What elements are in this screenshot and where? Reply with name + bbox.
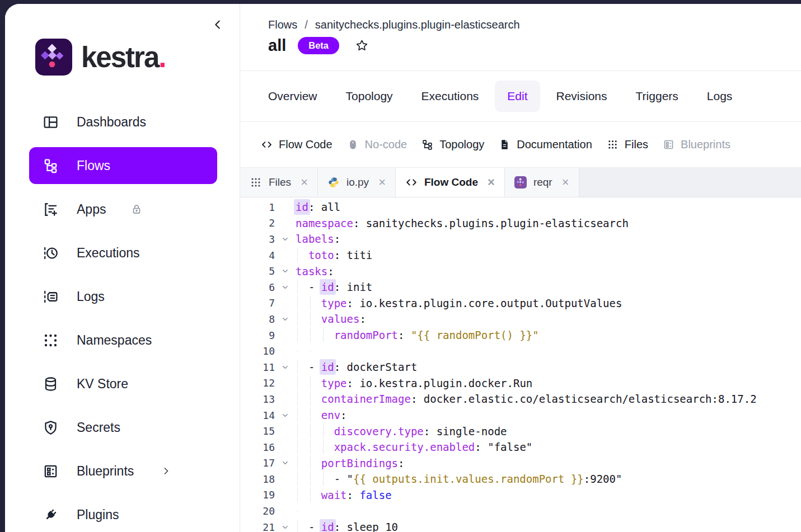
toolbar-files[interactable]: Files <box>607 138 648 151</box>
tab-topology[interactable]: Topology <box>346 90 393 103</box>
line-number: 11 <box>240 361 275 373</box>
sidebar-item-kv-store[interactable]: KV Store <box>29 365 217 402</box>
code-line[interactable]: 12 type: io.kestra.plugin.docker.Run <box>240 375 801 392</box>
code-token <box>296 489 321 501</box>
code-line[interactable]: 4 toto: titi <box>240 247 801 263</box>
tab-logs[interactable]: Logs <box>707 90 733 103</box>
code-token: : <box>334 233 340 245</box>
sidebar-item-apps[interactable]: Apps <box>29 191 217 228</box>
code-line[interactable]: 10 <box>240 343 801 359</box>
code-line[interactable]: 14 env: <box>240 407 801 423</box>
code-line[interactable]: 8 values: <box>240 311 801 327</box>
code-token: discovery.type <box>334 425 424 437</box>
breadcrumb-namespace[interactable]: sanitychecks.plugins.plugin-elasticsearc… <box>315 18 520 31</box>
line-number: 18 <box>240 473 275 485</box>
breadcrumb-flows-link[interactable]: Flows <box>268 18 297 31</box>
indent-guide <box>297 520 298 532</box>
code-line[interactable]: 20 <box>240 503 801 519</box>
sidebar-collapse-button[interactable] <box>212 18 224 31</box>
code-line[interactable]: 6 - id: init <box>240 279 801 295</box>
fold-icon[interactable] <box>275 523 296 531</box>
sidebar-item-blueprints[interactable]: Blueprints <box>29 453 217 489</box>
blueprint-small-icon <box>663 139 674 150</box>
fold-icon[interactable] <box>275 411 296 420</box>
tab-overview[interactable]: Overview <box>268 90 317 103</box>
code-line-content: - "{{ outputs.init.values.randomPort }}:… <box>296 473 622 485</box>
editor-tab-io-py[interactable]: io.py× <box>318 168 396 197</box>
fold-icon[interactable] <box>275 315 296 323</box>
code-token: : dockerStart <box>334 361 418 373</box>
fold-icon[interactable] <box>275 363 296 371</box>
toolbar-flow-code[interactable]: Flow Code <box>261 138 332 151</box>
code-line[interactable]: 15 discovery.type: single-node <box>240 423 801 439</box>
code-token: randomPort <box>334 329 398 341</box>
tab-triggers[interactable]: Triggers <box>636 90 678 103</box>
toolbar-label: Topology <box>439 138 484 151</box>
sidebar-item-plugins[interactable]: Plugins <box>29 496 217 532</box>
code-line[interactable]: 13 containerImage: docker.elastic.co/ela… <box>240 391 801 407</box>
fold-icon[interactable] <box>275 283 296 291</box>
code-line-content: toto: titi <box>296 249 372 261</box>
toolbar-topology[interactable]: Topology <box>421 138 484 151</box>
highlighted-token: id <box>320 519 336 532</box>
grid-dots-icon <box>250 176 262 189</box>
code-line[interactable]: 7 type: io.kestra.plugin.core.output.Out… <box>240 295 801 312</box>
indent-guide <box>297 408 298 422</box>
code-token: : titi <box>334 249 373 261</box>
code-line[interactable]: 1id: all <box>240 199 801 215</box>
close-icon[interactable]: × <box>488 176 495 189</box>
code-token <box>296 377 321 389</box>
sidebar-item-namespaces[interactable]: Namespaces <box>29 322 217 359</box>
toolbar-label: Documentation <box>517 138 592 151</box>
code-line[interactable]: 17 portBindings: <box>240 455 801 472</box>
code-line[interactable]: 11 - id: dockerStart <box>240 359 801 375</box>
code-line[interactable]: 3labels: <box>240 231 801 247</box>
close-icon[interactable]: × <box>378 176 386 189</box>
toolbar-no-code[interactable]: No-code <box>347 138 407 151</box>
beta-badge: Beta <box>298 37 339 54</box>
editor-tab-reqr[interactable]: reqr× <box>505 168 579 197</box>
code-line-content: values: <box>296 313 366 325</box>
indent-guide <box>310 328 311 342</box>
code-line[interactable]: 21 - id: sleep_10 <box>240 519 801 532</box>
code-line[interactable]: 5tasks: <box>240 263 801 279</box>
indent-guide <box>323 328 324 342</box>
line-number: 21 <box>240 521 275 532</box>
tab-edit[interactable]: Edit <box>495 81 540 112</box>
code-line[interactable]: 16 xpack.security.enabled: "false" <box>240 439 801 455</box>
indent-guide <box>310 376 311 390</box>
editor-tab-flow-code[interactable]: Flow Code× <box>396 168 505 197</box>
tab-revisions[interactable]: Revisions <box>556 90 607 103</box>
sidebar-item-logs[interactable]: Logs <box>29 278 217 315</box>
mouse-icon <box>347 139 359 150</box>
sidebar-item-secrets[interactable]: Secrets <box>29 409 217 446</box>
close-icon[interactable]: × <box>301 176 308 189</box>
toolbar-documentation[interactable]: Documentation <box>499 138 592 151</box>
fold-icon[interactable] <box>275 235 296 243</box>
fold-icon[interactable] <box>275 267 296 275</box>
code-line-content: type: io.kestra.plugin.docker.Run <box>296 377 532 389</box>
highlighted-token: id <box>320 279 336 295</box>
indent-guide <box>323 440 324 454</box>
tab-executions[interactable]: Executions <box>421 90 479 103</box>
code-token: {{ outputs.init.values.randomPort }} <box>353 473 584 485</box>
editor-tab-files[interactable]: Files× <box>240 168 318 197</box>
code-line[interactable]: 19 wait: false <box>240 487 801 503</box>
indent-guide <box>310 312 311 326</box>
code-line[interactable]: 2namespace: sanitychecks.plugins.plugin-… <box>240 215 801 232</box>
toolbar-label: Blueprints <box>681 138 730 151</box>
sidebar-item-dashboards[interactable]: Dashboards <box>29 103 217 140</box>
fold-icon[interactable] <box>275 459 296 467</box>
toolbar-blueprints[interactable]: Blueprints <box>663 138 730 151</box>
code-token: : "false" <box>475 441 532 453</box>
star-icon[interactable] <box>355 39 369 53</box>
kestra-logo[interactable]: kestra. <box>35 39 240 76</box>
code-line[interactable]: 18 - "{{ outputs.init.values.randomPort … <box>240 471 801 487</box>
code-token: : sleep_10 <box>334 521 398 532</box>
sidebar-item-flows[interactable]: Flows <box>29 147 217 184</box>
sidebar-item-executions[interactable]: Executions <box>29 234 217 271</box>
close-icon[interactable]: × <box>562 176 569 189</box>
code-editor[interactable]: 1id: all2namespace: sanitychecks.plugins… <box>240 197 801 532</box>
breadcrumb-separator: / <box>305 18 308 31</box>
code-line[interactable]: 9 randomPort: "{{ randomPort() }}" <box>240 327 801 343</box>
